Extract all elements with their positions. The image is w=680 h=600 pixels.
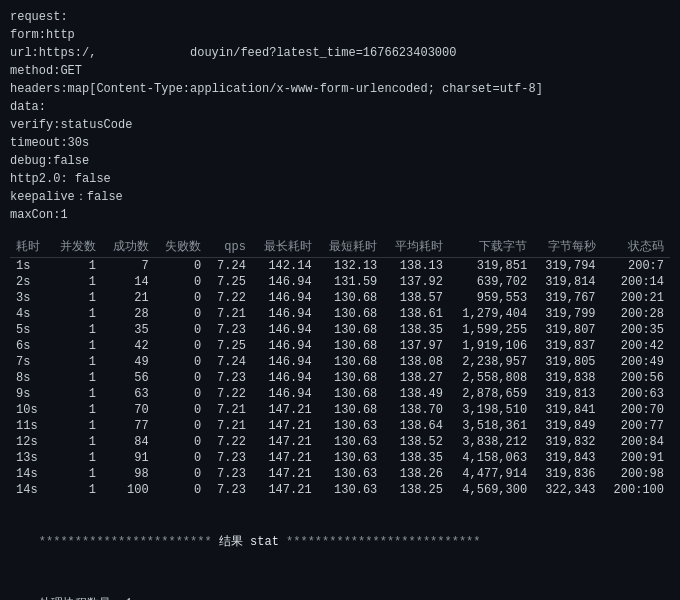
table-cell: 1 [49, 418, 102, 434]
table-cell: 319,799 [533, 306, 601, 322]
table-header: 耗时 [10, 236, 49, 258]
table-cell: 147.21 [252, 450, 318, 466]
table-cell: 0 [155, 338, 208, 354]
table-cell: 319,794 [533, 258, 601, 275]
table-cell: 7.22 [207, 386, 252, 402]
table-row: 13s19107.23147.21130.63138.354,158,06331… [10, 450, 670, 466]
table-cell: 1s [10, 258, 49, 275]
table-cell: 0 [155, 434, 208, 450]
table-row: 14s19807.23147.21130.63138.264,477,91431… [10, 466, 670, 482]
table-cell: 146.94 [252, 306, 318, 322]
verify-text: verify:statusCode [10, 116, 132, 134]
table-cell: 0 [155, 466, 208, 482]
table-cell: 13s [10, 450, 49, 466]
table-row: 12s18407.22147.21130.63138.523,838,21231… [10, 434, 670, 450]
table-cell: 319,851 [449, 258, 533, 275]
table-cell: 319,814 [533, 274, 601, 290]
table-cell: 200:49 [602, 354, 670, 370]
table-cell: 1 [49, 306, 102, 322]
http2-text: http2.0: false [10, 170, 111, 188]
stars2: *************************** [286, 535, 480, 549]
table-cell: 2,558,808 [449, 370, 533, 386]
url-value: douyin/feed?latest_time=1676623403000 [190, 44, 456, 62]
table-cell: 200:63 [602, 386, 670, 402]
table-cell: 1 [49, 434, 102, 450]
table-cell: 5s [10, 322, 49, 338]
table-header: qps [207, 236, 252, 258]
table-cell: 147.21 [252, 402, 318, 418]
results-table: 耗时并发数成功数失败数qps最长耗时最短耗时平均耗时下载字节字节每秒状态码 1s… [10, 236, 670, 498]
table-cell: 200:35 [602, 322, 670, 338]
table-cell: 98 [102, 466, 155, 482]
table-cell: 200:14 [602, 274, 670, 290]
stat-title: 结果 stat [212, 535, 286, 549]
table-cell: 7.22 [207, 434, 252, 450]
table-cell: 319,849 [533, 418, 601, 434]
table-cell: 200:7 [602, 258, 670, 275]
table-cell: 138.61 [383, 306, 449, 322]
table-cell: 0 [155, 386, 208, 402]
table-cell: 7.22 [207, 290, 252, 306]
table-cell: 1,279,404 [449, 306, 533, 322]
table-cell: 2,878,659 [449, 386, 533, 402]
table-cell: 146.94 [252, 338, 318, 354]
table-cell: 200:28 [602, 306, 670, 322]
table-cell: 138.35 [383, 322, 449, 338]
table-cell: 319,807 [533, 322, 601, 338]
table-cell: 2s [10, 274, 49, 290]
table-row: 10s17007.21147.21130.68138.703,198,51031… [10, 402, 670, 418]
table-cell: 1 [49, 338, 102, 354]
table-cell: 0 [155, 482, 208, 498]
table-cell: 319,767 [533, 290, 601, 306]
url-line: url:https:/, douyin/feed?latest_time=167… [10, 44, 670, 62]
table-cell: 319,813 [533, 386, 601, 402]
table-cell: 1 [49, 466, 102, 482]
table-cell: 35 [102, 322, 155, 338]
table-row: 6s14207.25146.94130.68137.971,919,106319… [10, 338, 670, 354]
coroutine-text: 处理协程数量: 1 [39, 597, 133, 600]
table-cell: 319,805 [533, 354, 601, 370]
table-cell: 319,838 [533, 370, 601, 386]
table-cell: 146.94 [252, 322, 318, 338]
table-row: 5s13507.23146.94130.68138.351,599,255319… [10, 322, 670, 338]
table-cell: 130.68 [318, 322, 384, 338]
table-row: 4s12807.21146.94130.68138.611,279,404319… [10, 306, 670, 322]
table-cell: 138.70 [383, 402, 449, 418]
table-cell: 28 [102, 306, 155, 322]
debug-line: debug:false [10, 152, 670, 170]
keepalive-line: keepalive：false [10, 188, 670, 206]
table-cell: 2,238,957 [449, 354, 533, 370]
table-cell: 0 [155, 354, 208, 370]
table-cell: 0 [155, 306, 208, 322]
table-cell: 100 [102, 482, 155, 498]
table-cell: 7.23 [207, 450, 252, 466]
table-cell: 0 [155, 402, 208, 418]
table-cell: 130.63 [318, 466, 384, 482]
table-header: 失败数 [155, 236, 208, 258]
verify-line: verify:statusCode [10, 116, 670, 134]
table-cell: 147.21 [252, 466, 318, 482]
table-cell: 3,838,212 [449, 434, 533, 450]
table-cell: 146.94 [252, 274, 318, 290]
table-cell: 1 [49, 354, 102, 370]
table-cell: 138.25 [383, 482, 449, 498]
table-cell: 11s [10, 418, 49, 434]
request-label-text: request: [10, 8, 68, 26]
table-cell: 1 [49, 386, 102, 402]
table-cell: 1,599,255 [449, 322, 533, 338]
table-cell: 0 [155, 274, 208, 290]
table-cell: 200:98 [602, 466, 670, 482]
table-cell: 7.23 [207, 482, 252, 498]
table-cell: 7.23 [207, 466, 252, 482]
table-row: 8s15607.23146.94130.68138.272,558,808319… [10, 370, 670, 386]
table-cell: 70 [102, 402, 155, 418]
table-header: 最长耗时 [252, 236, 318, 258]
table-cell: 319,836 [533, 466, 601, 482]
table-cell: 319,841 [533, 402, 601, 418]
table-cell: 130.68 [318, 354, 384, 370]
table-cell: 9s [10, 386, 49, 402]
method-line: method:GET [10, 62, 670, 80]
table-cell: 138.26 [383, 466, 449, 482]
table-cell: 14s [10, 482, 49, 498]
table-cell: 0 [155, 418, 208, 434]
